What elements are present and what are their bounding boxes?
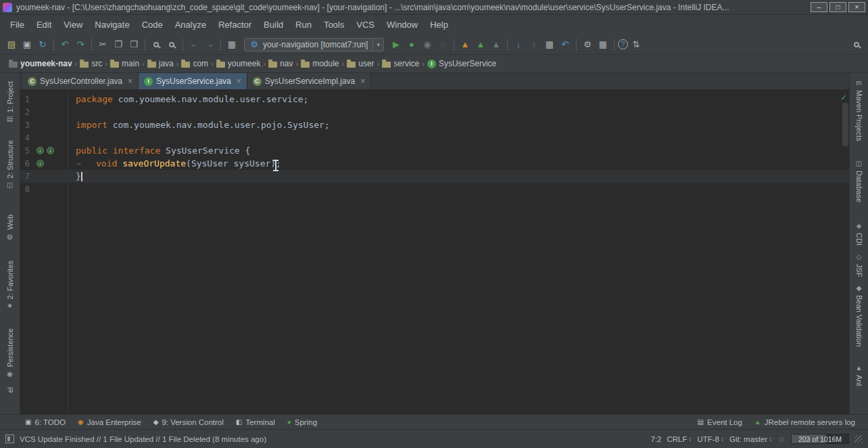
line-ending-selector[interactable]: CRLF↕ xyxy=(667,435,692,443)
tab-close-icon[interactable]: × xyxy=(237,76,241,86)
menu-run[interactable]: Run xyxy=(289,17,318,32)
background-tasks-icon[interactable]: ⇅ xyxy=(629,37,644,52)
copy-icon[interactable]: ❐ xyxy=(111,37,126,52)
jrebel-debug-icon[interactable]: ▲ xyxy=(473,37,488,52)
breadcrumb-item[interactable]: ISysUserService xyxy=(425,58,498,70)
sync-icon[interactable]: ↻ xyxy=(35,37,50,52)
close-button[interactable]: × xyxy=(848,2,865,12)
hector-inspections-icon[interactable]: ☺ xyxy=(777,435,786,443)
vcs-compare-icon[interactable]: ▦ xyxy=(542,37,557,52)
vcs-update-icon[interactable]: ↓ xyxy=(511,37,526,52)
navigate-forward-icon[interactable]: → xyxy=(202,37,217,52)
open-icon[interactable]: ▤ xyxy=(4,37,19,52)
toolwindow-spring[interactable]: ●Spring xyxy=(281,417,323,428)
caret-position[interactable]: 7:2 xyxy=(650,435,661,443)
breadcrumb-item[interactable]: nav xyxy=(266,58,295,70)
tab-sysuserserviceimpl[interactable]: C SysUserServiceImpl.java × xyxy=(247,73,371,89)
run-config-label: your-navigation [tomcat7:run] xyxy=(263,40,368,49)
toolwindow-bean-validation[interactable]: ◆Bean Validation xyxy=(855,285,863,346)
resize-grip[interactable] xyxy=(854,435,863,443)
breadcrumb-item[interactable]: main xyxy=(108,58,141,70)
menu-analyze[interactable]: Analyze xyxy=(169,17,212,32)
settings-icon[interactable]: ⚙ xyxy=(580,37,595,52)
folder-icon xyxy=(110,62,119,68)
jrebel-log-button[interactable]: ▲JRebel remote servers log xyxy=(748,417,861,428)
jrebel-run-icon[interactable]: ▲ xyxy=(458,37,473,52)
breadcrumb-item[interactable]: youmeek xyxy=(214,58,263,70)
maximize-button[interactable]: □ xyxy=(829,2,846,12)
menu-edit[interactable]: Edit xyxy=(30,17,57,32)
replace-icon[interactable] xyxy=(164,37,179,52)
menu-build[interactable]: Build xyxy=(258,17,289,32)
toolwindow-web[interactable]: Web◍ xyxy=(6,215,14,240)
breadcrumb-item[interactable]: youmeek-nav xyxy=(7,58,74,70)
search-everywhere-icon[interactable] xyxy=(849,37,864,52)
tab-close-icon[interactable]: × xyxy=(128,76,132,86)
vcs-rollback-icon[interactable]: ↶ xyxy=(558,37,573,52)
tab-sysusercontroller[interactable]: C SysUserController.java × xyxy=(22,73,139,89)
editor[interactable]: 1 package com.youmeek.nav.module.user.se… xyxy=(20,89,849,414)
minimize-button[interactable]: – xyxy=(811,2,827,12)
find-icon[interactable] xyxy=(149,37,164,52)
toolwindow-maven-projects[interactable]: mMaven Projects xyxy=(855,80,863,141)
save-icon[interactable]: ▣ xyxy=(20,37,34,52)
switcher-icon[interactable]: ▦ xyxy=(224,37,239,52)
toolwindow-structure[interactable]: 2: Structure◫ xyxy=(6,140,14,189)
implemented-marker-icon[interactable]: ↓ xyxy=(47,147,54,154)
tab-close-icon[interactable]: × xyxy=(360,76,365,86)
run-config-select[interactable]: ⚙ your-navigation [tomcat7:run] ▾ xyxy=(244,38,384,51)
memory-indicator[interactable]: 203 of 1016M xyxy=(791,434,849,444)
encoding-selector[interactable]: UTF-8↕ xyxy=(697,435,724,443)
toolwindow-el[interactable]: el xyxy=(6,387,14,393)
toolwindow-jsf[interactable]: ◇JSF xyxy=(855,254,863,277)
menu-view[interactable]: View xyxy=(57,17,89,32)
jrebel-remote-icon[interactable]: ▲ xyxy=(489,37,504,52)
coverage-icon[interactable]: ◉ xyxy=(420,37,435,52)
git-branch-selector[interactable]: Git: master↕ xyxy=(729,435,772,443)
project-structure-icon[interactable]: ▦ xyxy=(596,37,610,52)
profiler-icon[interactable]: ◌ xyxy=(435,37,450,52)
inspections-ok-icon[interactable]: ✓ xyxy=(841,92,846,102)
breadcrumb-item[interactable]: module xyxy=(299,58,341,70)
implemented-marker-icon[interactable]: ↓ xyxy=(37,160,44,167)
paste-icon[interactable]: ❒ xyxy=(126,37,141,52)
undo-icon[interactable]: ↶ xyxy=(57,37,72,52)
editor-scrollbar[interactable] xyxy=(842,103,848,146)
vcs-commit-icon[interactable]: ↑ xyxy=(527,37,541,52)
breadcrumb-item[interactable]: src xyxy=(78,58,104,70)
menu-window[interactable]: Window xyxy=(381,17,424,32)
menu-help[interactable]: Help xyxy=(424,17,454,32)
debug-icon[interactable]: ● xyxy=(404,37,419,52)
help-icon[interactable]: ? xyxy=(618,39,628,49)
menu-file[interactable]: File xyxy=(4,17,30,32)
menu-code[interactable]: Code xyxy=(136,17,169,32)
navigate-back-icon[interactable]: ← xyxy=(187,37,201,52)
tab-sysuserservice[interactable]: I SysUserService.java × xyxy=(139,73,247,89)
breadcrumb-item[interactable]: user xyxy=(345,58,376,70)
cut-icon[interactable]: ✂ xyxy=(95,37,110,52)
redo-icon[interactable]: ↷ xyxy=(73,37,88,52)
implemented-marker-icon[interactable]: ↓ xyxy=(37,147,44,154)
breadcrumb-item[interactable]: com xyxy=(179,58,210,70)
maven-icon: m xyxy=(856,80,861,87)
code-line: 8 xyxy=(20,183,849,196)
menu-refactor[interactable]: Refactor xyxy=(212,17,258,32)
menu-tools[interactable]: Tools xyxy=(318,17,350,32)
menu-vcs[interactable]: VCS xyxy=(350,17,381,32)
toolwindow-toggle-icon[interactable] xyxy=(5,434,14,443)
toolwindow-version-control[interactable]: ◆9: Version Control xyxy=(147,417,230,428)
toolwindow-database[interactable]: ◫Database xyxy=(855,160,863,202)
run-icon[interactable]: ▶ xyxy=(389,37,404,52)
toolwindow-ant[interactable]: ▲Ant xyxy=(855,365,863,386)
breadcrumb-item[interactable]: java xyxy=(145,58,176,70)
toolwindow-persistence[interactable]: Persistence◉ xyxy=(6,328,14,377)
menu-navigate[interactable]: Navigate xyxy=(89,17,135,32)
toolwindow-favorites[interactable]: 2: Favorites★ xyxy=(6,261,14,309)
event-log-button[interactable]: ▤Event Log xyxy=(692,417,748,428)
breadcrumb-item[interactable]: service xyxy=(380,58,421,70)
toolwindow-java-enterprise[interactable]: ◉Java Enterprise xyxy=(72,417,147,428)
toolwindow-project[interactable]: 1: Project▤ xyxy=(6,81,14,122)
toolwindow-todo[interactable]: ▣6: TODO xyxy=(19,417,72,428)
toolwindow-terminal[interactable]: ◧Terminal xyxy=(230,417,281,428)
toolwindow-cdi[interactable]: ◈CDI xyxy=(855,223,863,246)
